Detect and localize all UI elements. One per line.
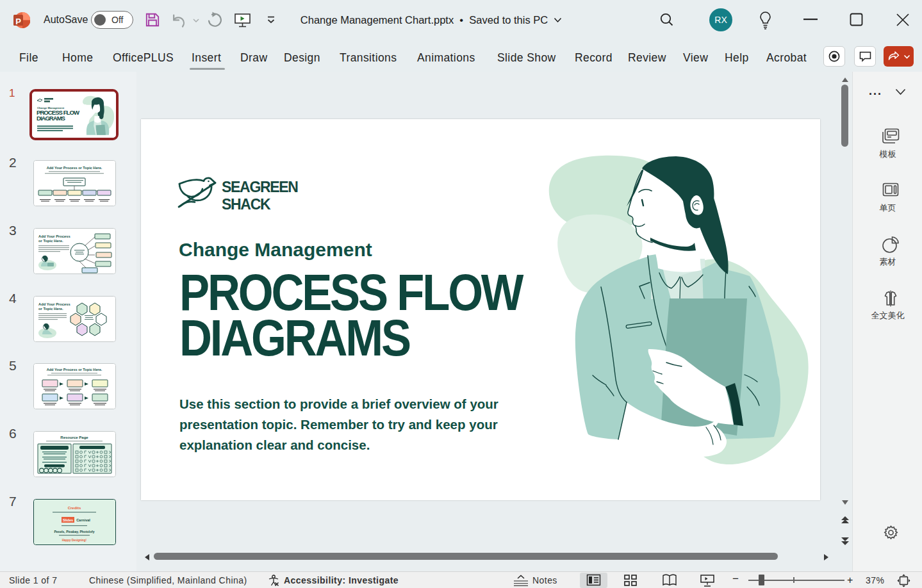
svg-text:Carnival: Carnival xyxy=(76,518,90,522)
svg-text:Resource Page: Resource Page xyxy=(60,436,88,439)
svg-text:Slides: Slides xyxy=(63,518,73,522)
svg-text:Add Your Process: Add Your Process xyxy=(38,302,70,306)
svg-text:Add Your Process or Topic Here: Add Your Process or Topic Here. xyxy=(47,166,103,170)
svg-text:DIAGRAMS: DIAGRAMS xyxy=(37,115,66,122)
svg-text:Add Your Process: Add Your Process xyxy=(38,234,70,238)
svg-text:Add Your Process or Topic Here: Add Your Process or Topic Here. xyxy=(47,368,103,372)
svg-text:Credits: Credits xyxy=(68,506,81,510)
svg-text:or Topic Here.: or Topic Here. xyxy=(38,307,63,311)
svg-text:Pexels, Pixabay, Photolofy: Pexels, Pixabay, Photolofy xyxy=(54,530,95,534)
svg-text:Happy Designing!: Happy Designing! xyxy=(62,539,87,542)
svg-text:or Topic Here.: or Topic Here. xyxy=(38,239,63,243)
svg-text:P: P xyxy=(15,17,21,26)
